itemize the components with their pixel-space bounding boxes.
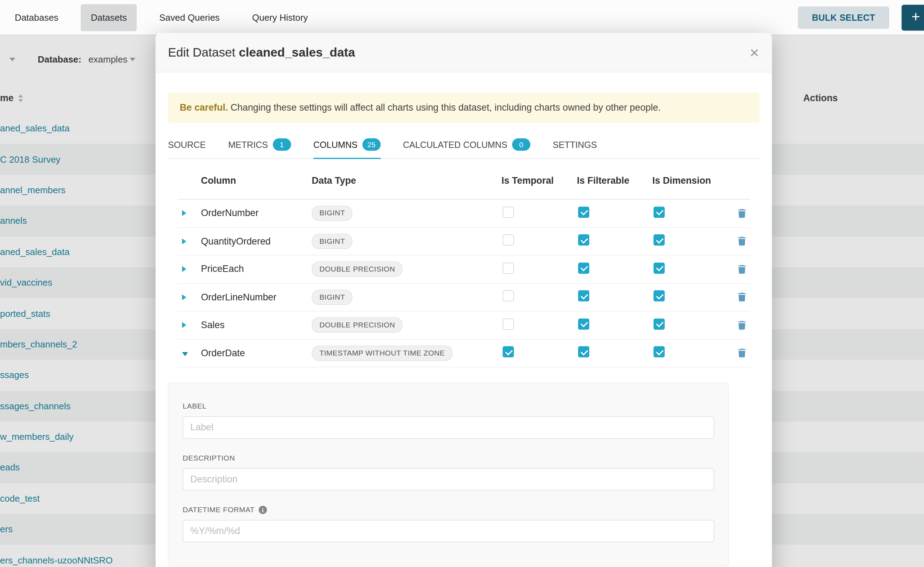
tab-source[interactable]: SOURCE <box>168 132 206 158</box>
navbar-actions: BULK SELECT + <box>798 0 924 35</box>
is-dimension-checkbox[interactable] <box>654 207 665 218</box>
data-type-pill: BIGINT <box>312 206 353 221</box>
info-icon[interactable]: i <box>259 506 267 514</box>
column-row: PriceEachDOUBLE PRECISION <box>177 255 750 284</box>
column-name: OrderLineNumber <box>201 292 312 303</box>
column-name: QuantityOrdered <box>201 236 312 247</box>
column-row: SalesDOUBLE PRECISION <box>177 312 750 340</box>
is-filterable-checkbox[interactable] <box>578 346 589 358</box>
is-filterable-checkbox[interactable] <box>578 262 589 274</box>
is-filterable-checkbox[interactable] <box>578 291 589 302</box>
columns-table-header: Column Data Type Is Temporal Is Filterab… <box>177 159 750 200</box>
modal-body: Be careful. Changing these settings will… <box>155 92 772 566</box>
column-name: Sales <box>201 320 312 330</box>
is-temporal-checkbox[interactable] <box>503 234 514 246</box>
column-row: OrderNumberBIGINT <box>177 200 750 228</box>
nav-tab-saved-queries[interactable]: Saved Queries <box>149 4 230 31</box>
tab-label: SOURCE <box>168 140 206 149</box>
tab-metrics[interactable]: METRICS1 <box>228 132 291 158</box>
caret-right-icon[interactable] <box>182 266 187 272</box>
column-row: QuantityOrderedBIGINT <box>177 228 750 256</box>
nav-tab-databases[interactable]: Databases <box>5 4 68 31</box>
tab-count-badge: 1 <box>272 138 291 151</box>
nav-tab-query-history[interactable]: Query History <box>242 4 318 31</box>
trash-icon[interactable] <box>737 349 746 358</box>
is-dimension-checkbox[interactable] <box>654 262 665 274</box>
is-filterable-checkbox[interactable] <box>578 207 589 218</box>
nav-tabs: DatabasesDatasetsSaved QueriesQuery Hist… <box>0 0 331 35</box>
is-dimension-checkbox[interactable] <box>654 291 665 302</box>
is-temporal-checkbox[interactable] <box>503 207 514 218</box>
bulk-select-button[interactable]: BULK SELECT <box>798 6 889 29</box>
tab-label: SETTINGS <box>553 140 597 149</box>
is-dimension-checkbox[interactable] <box>654 234 665 246</box>
trash-icon[interactable] <box>737 209 746 218</box>
is-filterable-header: Is Filterable <box>577 175 653 186</box>
is-dimension-checkbox[interactable] <box>654 318 665 330</box>
caret-down-icon[interactable] <box>182 352 188 356</box>
label-input[interactable] <box>183 416 715 439</box>
datetime-format-field-group: DATETIME FORMAT i <box>183 506 715 542</box>
caret-right-icon[interactable] <box>182 238 187 244</box>
column-name: OrderNumber <box>201 208 312 219</box>
data-type-pill: DOUBLE PRECISION <box>312 318 403 333</box>
trash-icon[interactable] <box>737 292 746 302</box>
is-temporal-checkbox[interactable] <box>503 262 514 274</box>
trash-icon[interactable] <box>737 321 746 330</box>
tab-label: METRICS <box>228 140 268 149</box>
datetime-format-label-text: DATETIME FORMAT <box>183 506 255 514</box>
data-type-pill: DOUBLE PRECISION <box>312 262 403 277</box>
data-type-pill: BIGINT <box>312 290 353 305</box>
caret-right-icon[interactable] <box>182 322 187 328</box>
close-icon[interactable]: ✕ <box>749 46 760 58</box>
modal-header: Edit Dataset cleaned_sales_data ✕ <box>155 33 772 72</box>
is-filterable-checkbox[interactable] <box>578 234 589 246</box>
column-name: PriceEach <box>201 264 312 274</box>
is-temporal-checkbox[interactable] <box>503 346 514 358</box>
caret-right-icon[interactable] <box>182 294 187 300</box>
tab-calculated-columns[interactable]: CALCULATED COLUMNS0 <box>403 132 530 158</box>
column-name: OrderDate <box>201 348 312 358</box>
is-filterable-checkbox[interactable] <box>578 318 589 330</box>
trash-icon[interactable] <box>737 237 746 246</box>
screen: DatabasesDatasetsSaved QueriesQuery Hist… <box>0 0 924 567</box>
tab-columns[interactable]: COLUMNS25 <box>313 132 381 158</box>
is-dimension-header: Is Dimension <box>652 175 733 186</box>
description-input[interactable] <box>183 468 715 490</box>
app-viewport: DatabasesDatasetsSaved QueriesQuery Hist… <box>0 0 924 567</box>
trash-icon[interactable] <box>737 265 746 274</box>
description-field-label: DESCRIPTION <box>183 454 715 462</box>
top-navbar: DatabasesDatasetsSaved QueriesQuery Hist… <box>0 0 924 36</box>
add-dataset-button[interactable]: + <box>901 4 924 31</box>
column-header: Column <box>201 175 312 186</box>
columns-table-rows: OrderNumberBIGINTQuantityOrderedBIGINTPr… <box>177 200 750 368</box>
description-field-group: DESCRIPTION <box>183 454 715 490</box>
caret-right-icon[interactable] <box>182 210 187 216</box>
label-field-label: LABEL <box>183 402 715 410</box>
is-temporal-checkbox[interactable] <box>503 291 514 302</box>
is-temporal-checkbox[interactable] <box>503 318 514 330</box>
nav-tab-datasets[interactable]: Datasets <box>81 4 137 31</box>
plus-icon: + <box>911 9 920 24</box>
tab-label: CALCULATED COLUMNS <box>403 140 507 149</box>
column-row: OrderDateTIMESTAMP WITHOUT TIME ZONE <box>177 339 750 368</box>
is-temporal-header: Is Temporal <box>501 175 577 186</box>
warning-banner: Be careful. Changing these settings will… <box>168 92 760 123</box>
datetime-format-input[interactable] <box>183 520 715 542</box>
data-type-pill: BIGINT <box>312 234 353 249</box>
tab-label: COLUMNS <box>313 140 358 149</box>
is-dimension-checkbox[interactable] <box>654 346 665 358</box>
data-type-header: Data Type <box>312 175 502 186</box>
modal-title-prefix: Edit Dataset <box>168 45 236 59</box>
modal-title: Edit Dataset cleaned_sales_data <box>168 45 355 59</box>
tab-count-badge: 25 <box>362 138 381 151</box>
datetime-format-field-label: DATETIME FORMAT i <box>183 506 715 514</box>
data-type-pill: TIMESTAMP WITHOUT TIME ZONE <box>312 345 453 361</box>
label-field-group: LABEL <box>183 402 715 439</box>
edit-dataset-modal: Edit Dataset cleaned_sales_data ✕ Be car… <box>155 33 772 567</box>
column-row: OrderLineNumberBIGINT <box>177 284 750 312</box>
warning-banner-bold: Be careful. <box>180 103 228 112</box>
modal-title-dataset-name: cleaned_sales_data <box>239 45 355 59</box>
tab-count-badge: 0 <box>512 138 530 151</box>
tab-settings[interactable]: SETTINGS <box>553 132 597 158</box>
